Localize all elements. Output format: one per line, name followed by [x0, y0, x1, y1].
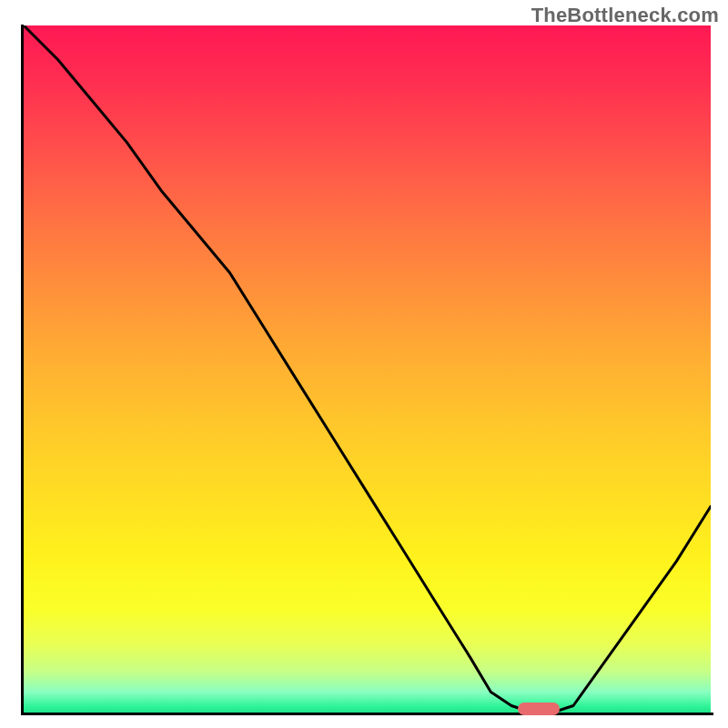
bottleneck-curve	[24, 25, 711, 713]
optimum-marker	[518, 703, 560, 715]
x-axis-line	[21, 713, 713, 715]
watermark-text: TheBottleneck.com	[531, 4, 719, 27]
plot-area	[24, 25, 711, 713]
chart-frame: TheBottleneck.com	[0, 0, 728, 728]
